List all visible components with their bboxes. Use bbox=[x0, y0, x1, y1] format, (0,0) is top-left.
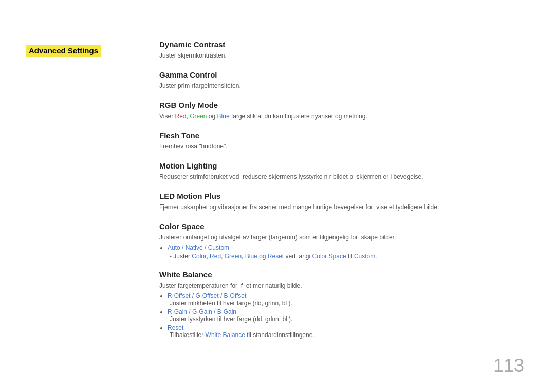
section-title: Flesh Tone bbox=[159, 131, 529, 140]
section-title: RGB Only Mode bbox=[159, 101, 529, 109]
blue-link: Color bbox=[192, 253, 206, 260]
bullet-sub-text: Tilbakestiller White Balance til standar… bbox=[170, 331, 529, 339]
blue-link: Custom bbox=[354, 253, 375, 260]
blue-link: Auto / Native / Custom bbox=[168, 244, 229, 251]
blue-link: White Balance bbox=[206, 331, 245, 339]
bullet-list: Auto / Native / Custom bbox=[168, 244, 529, 251]
blue-text: Blue bbox=[217, 113, 230, 120]
section-desc: Juster fargetemperaturen for f et mer na… bbox=[159, 281, 529, 290]
section-desc: Justerer omfanget og utvalget av farger … bbox=[159, 233, 529, 242]
page-container: Advanced Settings Dynamic Contrast Juste… bbox=[0, 0, 555, 392]
section-desc: Juster prim rfargeintensiteten. bbox=[159, 81, 529, 90]
blue-link: Blue bbox=[245, 253, 257, 260]
section-title: Dynamic Contrast bbox=[159, 40, 529, 49]
blue-link: Green bbox=[225, 253, 242, 260]
section-gamma-control: Gamma Control Juster prim rfargeintensit… bbox=[159, 70, 529, 90]
list-item: Juster Color, Red, Green, Blue og Reset … bbox=[170, 253, 529, 260]
section-desc: Reduserer strimforbruket ved redusere sk… bbox=[159, 172, 529, 181]
sidebar: Advanced Settings bbox=[26, 46, 101, 55]
list-item: Auto / Native / Custom bbox=[168, 244, 529, 251]
main-content: Dynamic Contrast Juster skjermkontrasten… bbox=[159, 40, 529, 349]
blue-link: Reset bbox=[168, 324, 183, 331]
list-item: Reset Tilbakestiller White Balance til s… bbox=[168, 324, 529, 339]
green-text: Green bbox=[190, 113, 207, 120]
section-desc: Fremhev rosa "hudtone". bbox=[159, 142, 529, 151]
section-color-space: Color Space Justerer omfanget og utvalge… bbox=[159, 222, 529, 260]
list-item: R-Gain / G-Gain / B-Gain Juster lysstyrk… bbox=[168, 308, 529, 323]
red-text: Red bbox=[175, 113, 186, 120]
section-title: LED Motion Plus bbox=[159, 192, 529, 200]
section-title: Color Space bbox=[159, 222, 529, 231]
bullet-list: R-Offset / G-Offset / B-Offset Juster ml… bbox=[168, 292, 529, 339]
section-led-motion-plus: LED Motion Plus Fjerner uskarphet og vib… bbox=[159, 192, 529, 212]
blue-link: R-Gain / G-Gain / B-Gain bbox=[168, 308, 236, 315]
section-desc: Fjerner uskarphet og vibrasjoner fra sce… bbox=[159, 202, 529, 212]
advanced-settings-label: Advanced Settings bbox=[26, 45, 101, 57]
blue-link: Reset bbox=[268, 253, 284, 260]
list-item: R-Offset / G-Offset / B-Offset Juster ml… bbox=[168, 292, 529, 307]
section-desc: Juster skjermkontrasten. bbox=[159, 51, 529, 60]
section-flesh-tone: Flesh Tone Fremhev rosa "hudtone". bbox=[159, 131, 529, 151]
blue-link: R-Offset / G-Offset / B-Offset bbox=[168, 292, 246, 300]
bullet-sub-text: Juster mlrkheten til hver farge (rld, gr… bbox=[170, 300, 529, 307]
bullet-sub-text: Juster lysstyrken til hver farge (rld, g… bbox=[170, 315, 529, 323]
section-title: Motion Lighting bbox=[159, 161, 529, 170]
section-desc: Viser Red, Green og Blue farge slik at d… bbox=[159, 111, 529, 121]
blue-link: Color Space bbox=[312, 253, 346, 260]
section-white-balance: White Balance Juster fargetemperaturen f… bbox=[159, 270, 529, 339]
section-title: Gamma Control bbox=[159, 70, 529, 79]
page-number: 113 bbox=[493, 355, 524, 377]
section-dynamic-contrast: Dynamic Contrast Juster skjermkontrasten… bbox=[159, 40, 529, 60]
section-title: White Balance bbox=[159, 270, 529, 279]
sub-bullet-list: Juster Color, Red, Green, Blue og Reset … bbox=[170, 253, 529, 260]
section-rgb-only-mode: RGB Only Mode Viser Red, Green og Blue f… bbox=[159, 101, 529, 121]
blue-link: Red bbox=[210, 253, 221, 260]
section-motion-lighting: Motion Lighting Reduserer strimforbruket… bbox=[159, 161, 529, 181]
